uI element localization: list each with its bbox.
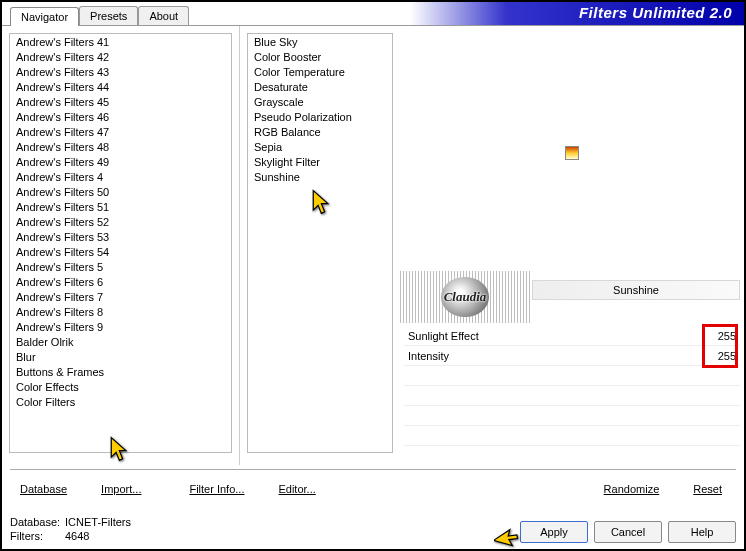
- list-item[interactable]: Color Filters: [10, 394, 231, 409]
- list-item[interactable]: Andrew's Filters 47: [10, 124, 231, 139]
- list-item[interactable]: Andrew's Filters 41: [10, 34, 231, 49]
- filter-info-button[interactable]: Filter Info...: [179, 479, 254, 499]
- parameter-list: Sunlight Effect 255 Intensity 255: [404, 326, 740, 446]
- status-db-label: Database:: [10, 515, 65, 529]
- pointer-icon: [494, 521, 520, 547]
- list-item[interactable]: Color Temperature: [248, 64, 392, 79]
- param-row[interactable]: Sunlight Effect 255: [404, 326, 740, 346]
- filter-list[interactable]: Blue SkyColor BoosterColor TemperatureDe…: [247, 33, 393, 453]
- list-item[interactable]: Andrew's Filters 50: [10, 184, 231, 199]
- database-button[interactable]: Database: [10, 479, 77, 499]
- apply-button[interactable]: Apply: [520, 521, 588, 543]
- preview-thumbnail: [565, 146, 579, 160]
- status-bar: Database: ICNET-Filters Filters: 4648: [10, 515, 131, 543]
- list-item[interactable]: Andrew's Filters 45: [10, 94, 231, 109]
- param-row-empty: [404, 366, 740, 386]
- param-value[interactable]: 255: [706, 330, 740, 342]
- watermark: Claudia: [400, 271, 530, 323]
- list-item[interactable]: Blur: [10, 349, 231, 364]
- list-item[interactable]: Andrew's Filters 6: [10, 274, 231, 289]
- preview-panel: Claudia Sunshine Sunlight Effect 255 Int…: [400, 26, 744, 465]
- list-item[interactable]: Andrew's Filters 49: [10, 154, 231, 169]
- randomize-button[interactable]: Randomize: [594, 479, 670, 499]
- tab-presets[interactable]: Presets: [79, 6, 138, 25]
- list-item[interactable]: Andrew's Filters 46: [10, 109, 231, 124]
- list-item[interactable]: Andrew's Filters 51: [10, 199, 231, 214]
- list-item[interactable]: Andrew's Filters 8: [10, 304, 231, 319]
- editor-button[interactable]: Editor...: [268, 479, 325, 499]
- status-db-value: ICNET-Filters: [65, 515, 131, 529]
- list-item[interactable]: Skylight Filter: [248, 154, 392, 169]
- toolbar: Database Import... Filter Info... Editor…: [10, 469, 736, 501]
- filter-title: Sunshine: [532, 280, 740, 300]
- list-item[interactable]: Andrew's Filters 52: [10, 214, 231, 229]
- list-item[interactable]: Color Effects: [10, 379, 231, 394]
- help-button[interactable]: Help: [668, 521, 736, 543]
- list-item[interactable]: Blue Sky: [248, 34, 392, 49]
- param-row-empty: [404, 406, 740, 426]
- cancel-button[interactable]: Cancel: [594, 521, 662, 543]
- param-row-empty: [404, 386, 740, 406]
- list-item[interactable]: Andrew's Filters 54: [10, 244, 231, 259]
- param-row[interactable]: Intensity 255: [404, 346, 740, 366]
- list-item[interactable]: Andrew's Filters 53: [10, 229, 231, 244]
- list-item[interactable]: Andrew's Filters 42: [10, 49, 231, 64]
- list-item[interactable]: Andrew's Filters 5: [10, 259, 231, 274]
- param-label: Sunlight Effect: [404, 330, 706, 342]
- list-item[interactable]: Andrew's Filters 44: [10, 79, 231, 94]
- list-item[interactable]: Sunshine: [248, 169, 392, 184]
- list-item[interactable]: Andrew's Filters 48: [10, 139, 231, 154]
- reset-button[interactable]: Reset: [683, 479, 732, 499]
- param-value[interactable]: 255: [706, 350, 740, 362]
- list-item[interactable]: Desaturate: [248, 79, 392, 94]
- status-filters-value: 4648: [65, 529, 89, 543]
- tab-strip: Navigator Presets About: [10, 6, 189, 25]
- list-item[interactable]: Sepia: [248, 139, 392, 154]
- list-item[interactable]: Andrew's Filters 4: [10, 169, 231, 184]
- list-item[interactable]: Pseudo Polarization: [248, 109, 392, 124]
- category-list[interactable]: Andrew's Filters 41Andrew's Filters 42An…: [9, 33, 232, 453]
- list-item[interactable]: Andrew's Filters 9: [10, 319, 231, 334]
- import-button[interactable]: Import...: [91, 479, 151, 499]
- tab-about[interactable]: About: [138, 6, 189, 25]
- tab-navigator[interactable]: Navigator: [10, 7, 79, 26]
- param-row-empty: [404, 426, 740, 446]
- list-item[interactable]: Color Booster: [248, 49, 392, 64]
- list-item[interactable]: Andrew's Filters 7: [10, 289, 231, 304]
- app-title: Filters Unlimited 2.0: [579, 4, 732, 21]
- list-item[interactable]: Buttons & Frames: [10, 364, 231, 379]
- list-item[interactable]: RGB Balance: [248, 124, 392, 139]
- param-label: Intensity: [404, 350, 706, 362]
- list-item[interactable]: Andrew's Filters 43: [10, 64, 231, 79]
- list-item[interactable]: Balder Olrik: [10, 334, 231, 349]
- status-filters-label: Filters:: [10, 529, 65, 543]
- list-item[interactable]: Grayscale: [248, 94, 392, 109]
